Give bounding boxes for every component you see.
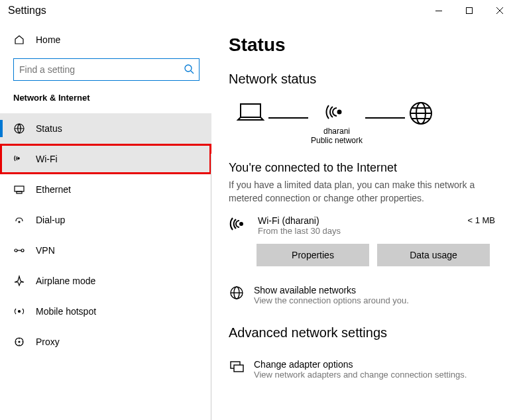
adapter-icon xyxy=(229,359,245,375)
nav-status[interactable]: Status xyxy=(0,113,211,144)
proxy-icon xyxy=(13,336,25,348)
wifi-conn-icon xyxy=(229,215,249,234)
svg-point-7 xyxy=(18,158,19,159)
search-icon xyxy=(184,64,194,74)
nav-label: Airplane mode xyxy=(36,276,95,286)
sidebar: Home Network & Internet Status Wi-Fi Eth… xyxy=(0,21,212,420)
svg-rect-21 xyxy=(241,104,260,117)
nav-wifi[interactable]: Wi-Fi xyxy=(0,144,211,174)
show-networks-row[interactable]: Show available networks View the connect… xyxy=(229,285,495,305)
nav-label: VPN xyxy=(36,245,55,256)
home-label: Home xyxy=(36,34,60,45)
connected-desc: If you have a limited data plan, you can… xyxy=(229,179,495,205)
nav-vpn[interactable]: VPN xyxy=(0,235,211,266)
properties-button[interactable]: Properties xyxy=(257,244,369,266)
wifi-icon xyxy=(13,153,25,165)
svg-rect-0 xyxy=(435,11,442,11)
svg-point-14 xyxy=(19,311,21,313)
nav-label: Dial-up xyxy=(36,215,65,225)
globe-icon xyxy=(408,100,434,127)
connection-usage: < 1 MB xyxy=(467,215,495,225)
airplane-icon xyxy=(13,275,25,287)
nav-label: Ethernet xyxy=(36,184,71,195)
nav-label: Proxy xyxy=(36,337,60,347)
titlebar: Settings xyxy=(0,0,515,21)
svg-rect-9 xyxy=(17,191,22,193)
available-title: Show available networks xyxy=(254,285,409,295)
data-usage-button[interactable]: Data usage xyxy=(377,244,490,266)
status-icon xyxy=(13,123,25,134)
connection-sub: From the last 30 days xyxy=(258,226,458,236)
nav-proxy[interactable]: Proxy xyxy=(0,327,211,357)
nav-label: Status xyxy=(36,123,62,134)
connection-name: Wi-Fi (dharani) xyxy=(258,215,458,226)
diagram-network-type: Public network xyxy=(311,136,363,145)
adapter-title: Change adapter options xyxy=(254,359,467,370)
minimize-button[interactable] xyxy=(424,0,454,21)
nav-hotspot[interactable]: Mobile hotspot xyxy=(0,296,211,327)
svg-rect-8 xyxy=(15,186,24,191)
wifi-diagram-icon xyxy=(323,101,350,125)
nav-dialup[interactable]: Dial-up xyxy=(0,205,211,235)
diagram-network-name: dharani xyxy=(311,127,363,136)
svg-rect-1 xyxy=(467,8,473,14)
svg-point-4 xyxy=(185,65,192,72)
connected-title: You're connected to the Internet xyxy=(229,161,495,175)
globe-small-icon xyxy=(229,285,245,301)
svg-point-12 xyxy=(21,249,24,252)
svg-point-22 xyxy=(338,111,341,114)
adapter-sub: View network adapters and change connect… xyxy=(254,370,467,380)
advanced-heading: Advanced network settings xyxy=(229,325,495,341)
hotspot-icon xyxy=(13,305,25,317)
ethernet-icon xyxy=(13,184,25,195)
laptop-icon xyxy=(235,101,266,125)
vpn-icon xyxy=(13,246,25,255)
adapter-row[interactable]: Change adapter options View network adap… xyxy=(229,359,495,380)
home-icon xyxy=(13,34,25,45)
window-controls xyxy=(424,0,515,21)
nav-label: Mobile hotspot xyxy=(36,306,96,317)
search-input[interactable] xyxy=(13,58,200,81)
svg-point-11 xyxy=(15,249,17,252)
home-nav[interactable]: Home xyxy=(0,28,211,52)
network-diagram: dharaniPublic network xyxy=(229,100,495,149)
close-button[interactable] xyxy=(485,0,515,21)
nav-label: Wi-Fi xyxy=(36,154,58,164)
svg-point-26 xyxy=(240,223,243,225)
maximize-button[interactable] xyxy=(454,0,485,21)
content-pane: Status Network status dharaniPublic netw… xyxy=(212,21,515,420)
svg-point-16 xyxy=(19,341,20,342)
svg-rect-31 xyxy=(234,365,243,372)
section-status: Network status xyxy=(229,72,495,87)
dialup-icon xyxy=(13,214,25,226)
page-title: Status xyxy=(229,34,495,56)
available-sub: View the connection options around you. xyxy=(254,295,409,305)
section-title: Network & Internet xyxy=(0,93,211,113)
nav-ethernet[interactable]: Ethernet xyxy=(0,174,211,205)
nav-airplane[interactable]: Airplane mode xyxy=(0,266,211,296)
connection-row: Wi-Fi (dharani) From the last 30 days < … xyxy=(229,215,495,236)
svg-line-5 xyxy=(191,71,194,74)
window-title: Settings xyxy=(8,5,46,17)
svg-point-10 xyxy=(19,221,20,223)
